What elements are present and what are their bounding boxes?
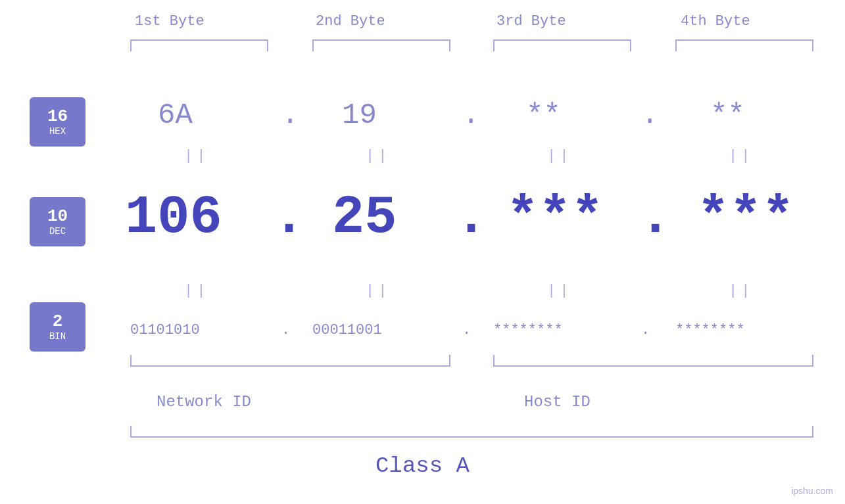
hex-dot-2: . (462, 99, 479, 131)
equals-7: || (547, 283, 572, 299)
bin-dot-2: . (462, 322, 471, 338)
hex-value-3: ** (526, 99, 561, 131)
watermark: ipshu.com (791, 486, 833, 496)
bin-value-2: 00011001 (312, 322, 382, 338)
bin-dot-3: . (641, 322, 650, 338)
dec-dot-2: . (455, 187, 487, 248)
equals-3: || (547, 148, 572, 164)
hex-base-label: 16 HEX (30, 97, 85, 147)
hex-dot-1: . (281, 99, 299, 131)
top-bracket-1 (130, 39, 268, 51)
dec-base-num: 10 (47, 208, 68, 225)
host-id-label: Host ID (524, 393, 591, 411)
class-label: Class A (0, 453, 845, 478)
hex-base-text: HEX (49, 126, 66, 137)
byte-header-3: 3rd Byte (496, 13, 566, 30)
equals-8: || (729, 283, 754, 299)
host-id-bracket (493, 355, 813, 367)
hex-value-4: ** (710, 99, 745, 131)
dec-value-1: 106 (125, 187, 222, 248)
bin-base-label: 2 BIN (30, 302, 85, 352)
equals-4: || (729, 148, 754, 164)
bin-dot-1: . (281, 322, 290, 338)
dec-dot-3: . (639, 187, 671, 248)
bin-value-1: 01101010 (130, 322, 200, 338)
dec-value-4: *** (697, 187, 794, 248)
dec-value-2: 25 (332, 187, 397, 248)
hex-dot-3: . (641, 99, 658, 131)
equals-5: || (184, 283, 209, 299)
network-id-label: Network ID (157, 393, 251, 411)
byte-header-1: 1st Byte (135, 13, 205, 30)
dec-dot-1: . (273, 187, 305, 248)
bin-base-num: 2 (53, 313, 63, 330)
hex-value-1: 6A (158, 99, 193, 131)
dec-base-text: DEC (49, 226, 66, 237)
byte-header-2: 2nd Byte (316, 13, 385, 30)
equals-2: || (366, 148, 391, 164)
hex-value-2: 19 (342, 99, 377, 131)
equals-6: || (366, 283, 391, 299)
bin-value-4: ******** (675, 322, 745, 338)
byte-header-4: 4th Byte (681, 13, 750, 30)
dec-base-label: 10 DEC (30, 197, 85, 246)
dec-value-3: *** (506, 187, 604, 248)
network-id-bracket (130, 355, 450, 367)
bin-base-text: BIN (49, 331, 66, 342)
class-bracket (130, 426, 813, 438)
hex-base-num: 16 (47, 108, 68, 125)
equals-1: || (184, 148, 209, 164)
top-bracket-4 (675, 39, 813, 51)
top-bracket-3 (493, 39, 631, 51)
bin-value-3: ******** (493, 322, 563, 338)
top-bracket-2 (312, 39, 450, 51)
